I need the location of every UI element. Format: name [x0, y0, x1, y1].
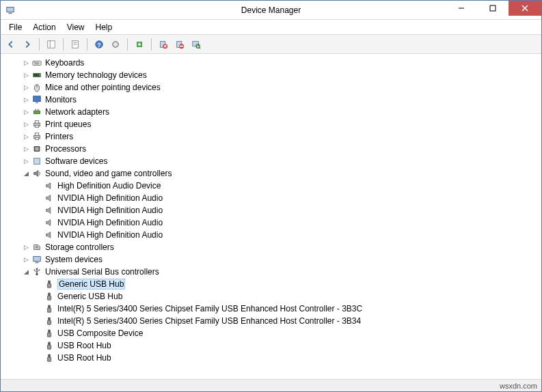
tree-node[interactable]: ▷Monitors [1, 94, 541, 106]
collapse-icon[interactable]: ◢ [22, 169, 30, 178]
tree-node-label[interactable]: USB Root Hub [57, 341, 111, 350]
tree-node[interactable]: ▷Software devices [1, 155, 541, 167]
menu-help[interactable]: Help [90, 21, 118, 33]
tree-node[interactable]: ▷Storage controllers [1, 241, 541, 253]
tree-node[interactable]: ▷Printers [1, 130, 541, 143]
tree-node-label[interactable]: Software devices [45, 156, 107, 166]
tree-node-label[interactable]: Intel(R) 5 Series/3400 Series Chipset Fa… [57, 316, 361, 326]
help-icon[interactable]: ? [92, 37, 107, 52]
tree-node-label[interactable]: Generic USB Hub [57, 279, 125, 290]
tree-node-label[interactable]: NVIDIA High Definition Audio [57, 206, 163, 215]
collapse-icon[interactable]: ◢ [22, 268, 30, 276]
tree-node-label[interactable]: Generic USB Hub [57, 292, 122, 301]
svg-rect-77 [48, 330, 51, 333]
uninstall-icon[interactable] [156, 37, 171, 52]
expand-icon[interactable]: ▷ [22, 71, 30, 79]
tree-node-label[interactable]: NVIDIA High Definition Audio [57, 230, 163, 240]
tree-node-label[interactable]: Keyboards [45, 58, 84, 68]
tree-node-label[interactable]: Sound, video and game controllers [45, 169, 172, 178]
scan-hardware-icon[interactable] [189, 37, 204, 52]
expand-icon[interactable]: ▷ [22, 59, 30, 67]
expand-icon[interactable]: ▷ [22, 157, 30, 165]
expand-icon[interactable]: ▷ [22, 83, 30, 92]
tree-node-label[interactable]: Printers [45, 132, 73, 141]
tree-node-label[interactable]: Processors [45, 144, 86, 154]
status-text: wsxdn.com [500, 382, 537, 390]
tree-node[interactable]: USB Root Hub [1, 352, 541, 364]
tree-node-label[interactable]: NVIDIA High Definition Audio [57, 218, 163, 227]
menu-file[interactable]: File [3, 21, 27, 33]
minimize-button[interactable] [446, 1, 477, 16]
expand-icon[interactable]: ▷ [22, 132, 30, 141]
svg-rect-72 [47, 296, 51, 300]
svg-rect-80 [47, 345, 51, 349]
expand-icon[interactable]: ▷ [22, 96, 30, 104]
tree-node[interactable]: USB Root Hub [1, 339, 541, 352]
close-button[interactable] [509, 1, 541, 16]
tree-node-label[interactable]: Print queues [45, 120, 91, 129]
tree-node-label[interactable]: USB Composite Device [57, 328, 143, 338]
maximize-button[interactable] [477, 1, 509, 16]
tree-node[interactable]: ▷Processors [1, 143, 541, 155]
show-hide-tree-icon[interactable] [44, 37, 59, 52]
tree-node-label[interactable]: High Definition Audio Device [57, 181, 161, 191]
tree-node[interactable]: ◢Sound, video and game controllers [1, 167, 541, 180]
tree-node[interactable]: ▷Mice and other pointing devices [1, 81, 541, 94]
tree-node[interactable]: Generic USB Hub [1, 290, 541, 303]
tree-node[interactable]: ▷Memory technology devices [1, 69, 541, 81]
svg-rect-52 [34, 158, 40, 165]
tree-node[interactable]: NVIDIA High Definition Audio [1, 216, 541, 229]
expand-icon[interactable]: ▷ [22, 145, 30, 153]
tree-node-label[interactable]: Monitors [45, 95, 77, 104]
tree-node-label[interactable]: USB Root Hub [57, 353, 111, 363]
device-tree[interactable]: ▷Keyboards▷Memory technology devices▷Mic… [1, 55, 541, 379]
nav-forward-icon[interactable] [20, 37, 35, 52]
expand-icon[interactable]: ▷ [22, 255, 30, 264]
tree-node[interactable]: NVIDIA High Definition Audio [1, 204, 541, 216]
tree-node[interactable]: ▷System devices [1, 253, 541, 266]
svg-rect-31 [36, 74, 37, 76]
tree-node[interactable]: NVIDIA High Definition Audio [1, 229, 541, 241]
expand-icon[interactable]: ▷ [22, 108, 30, 116]
nav-back-icon[interactable] [3, 37, 18, 52]
tree-node[interactable]: Intel(R) 5 Series/3400 Series Chipset Fa… [1, 315, 541, 327]
menu-view[interactable]: View [62, 21, 90, 33]
tree-node[interactable]: USB Composite Device [1, 327, 541, 339]
tree-node[interactable]: ▷Network adapters [1, 106, 541, 118]
tree-node[interactable]: ▷Print queues [1, 118, 541, 130]
menu-action[interactable]: Action [27, 21, 61, 33]
svg-text:?: ? [97, 41, 100, 48]
tree-node-label[interactable]: Network adapters [45, 107, 109, 117]
tree-node-label[interactable]: Intel(R) 5 Series/3400 Series Chipset Fa… [57, 304, 362, 313]
network-icon [31, 107, 42, 117]
tree-node-label[interactable]: System devices [45, 255, 103, 264]
tree-node-label[interactable]: Storage controllers [45, 242, 114, 252]
expand-icon[interactable]: ▷ [22, 243, 30, 251]
sound-icon [31, 168, 42, 179]
tree-node[interactable]: Generic USB Hub [1, 278, 541, 290]
disable-icon[interactable] [172, 37, 187, 52]
update-driver-icon[interactable] [132, 37, 147, 52]
properties-icon[interactable] [68, 37, 83, 52]
svg-rect-61 [35, 262, 38, 264]
tree-node[interactable]: Intel(R) 5 Series/3400 Series Chipset Fa… [1, 303, 541, 315]
tree-node[interactable]: ▷Keyboards [1, 57, 541, 69]
svg-rect-3 [490, 5, 496, 11]
svg-rect-39 [38, 109, 39, 111]
tree-node[interactable]: NVIDIA High Definition Audio [1, 192, 541, 204]
svg-rect-6 [48, 40, 55, 48]
mouse-icon [31, 82, 42, 93]
action-icon[interactable] [108, 37, 123, 52]
tree-node-label[interactable]: Mice and other pointing devices [45, 83, 161, 92]
expand-icon[interactable]: ▷ [22, 120, 30, 128]
svg-rect-81 [48, 354, 51, 357]
tree-node-label[interactable]: NVIDIA High Definition Audio [57, 193, 163, 203]
printer-icon [31, 131, 42, 142]
tree-node-label[interactable]: Universal Serial Bus controllers [45, 267, 159, 277]
tree-node[interactable]: ◢Universal Serial Bus controllers [1, 266, 541, 278]
svg-rect-41 [35, 121, 38, 124]
toolbar-separator [87, 38, 87, 51]
tree-node[interactable]: High Definition Audio Device [1, 180, 541, 192]
tree-node-label[interactable]: Memory technology devices [45, 70, 147, 80]
svg-rect-0 [7, 7, 14, 12]
